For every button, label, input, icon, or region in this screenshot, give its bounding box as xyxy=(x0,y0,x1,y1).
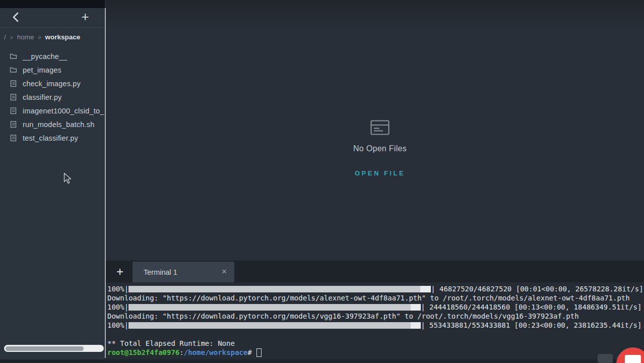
terminal-tab-label: Terminal 1 xyxy=(144,268,177,276)
no-open-files-text: No Open Files xyxy=(106,144,644,153)
progress-bar xyxy=(128,322,421,329)
breadcrumb-separator: > xyxy=(10,34,13,40)
scrollbar-thumb[interactable] xyxy=(6,346,84,351)
new-terminal-button[interactable]: + xyxy=(114,264,126,279)
terminal-progress-line: 100%|| 553433881/553433881 [00:23<00:00,… xyxy=(107,321,644,330)
breadcrumb-root[interactable]: / xyxy=(4,33,6,41)
file-item-label: __pycache__ xyxy=(23,52,67,60)
file-item-pet-images[interactable]: pet_images xyxy=(0,63,105,77)
terminal-blank-line xyxy=(107,330,644,339)
breadcrumb-separator: > xyxy=(38,34,41,40)
file-explorer-sidebar: + / > home > workspace __pycache__ pet_i… xyxy=(0,0,105,363)
no-open-files-panel: No Open Files OPEN FILE xyxy=(106,120,644,177)
prompt-path: /home/workspace xyxy=(184,348,247,357)
bottom-edge-strip xyxy=(0,359,644,363)
terminal-text-line: Downloading: "https://download.pytorch.o… xyxy=(107,293,644,302)
file-item-label: pet_images xyxy=(23,66,61,74)
file-item-run-models-batch[interactable]: run_models_batch.sh xyxy=(0,117,105,131)
sidebar-header: + xyxy=(0,8,105,28)
breadcrumb-workspace[interactable]: workspace xyxy=(45,33,80,41)
chat-widget-secondary xyxy=(598,354,613,363)
breadcrumb: / > home > workspace xyxy=(4,33,103,42)
file-icon xyxy=(10,120,17,128)
folder-icon xyxy=(10,52,17,60)
file-item-check-images[interactable]: check_images.py xyxy=(0,77,105,90)
breadcrumb-home[interactable]: home xyxy=(17,33,34,41)
sidebar-horizontal-scrollbar xyxy=(4,345,104,352)
back-button[interactable] xyxy=(10,10,22,24)
close-tab-icon[interactable]: × xyxy=(219,266,229,277)
folder-icon xyxy=(10,66,17,74)
progress-bar xyxy=(128,286,431,292)
terminal-tabbar: + Terminal 1 × xyxy=(106,261,644,282)
file-icon xyxy=(10,80,17,87)
progress-bar xyxy=(128,304,421,311)
terminal-text-line: ** Total Elapsed Runtime: None xyxy=(107,339,644,348)
file-icon xyxy=(10,134,17,142)
terminal-text-line: Downloading: "https://download.pytorch.o… xyxy=(107,312,644,321)
chat-bubble-icon xyxy=(624,354,641,363)
terminal-cursor xyxy=(256,348,262,357)
file-item-label: run_models_batch.sh xyxy=(23,120,94,129)
terminal-prompt-line: root@15b2f4fa0976:/home/workspace# xyxy=(107,348,644,357)
sidebar-top-strip xyxy=(0,0,105,8)
file-item-label: check_images.py xyxy=(23,80,81,88)
file-item-label: classifier.py xyxy=(23,93,62,101)
open-file-button[interactable]: OPEN FILE xyxy=(106,169,644,177)
file-item-classifier[interactable]: classifier.py xyxy=(0,90,105,104)
file-icon xyxy=(10,107,17,114)
editor-file-icon xyxy=(370,120,390,137)
editor-area: No Open Files OPEN FILE xyxy=(106,0,644,261)
file-item-pycache[interactable]: __pycache__ xyxy=(0,49,105,63)
terminal-panel: + Terminal 1 × 100%|| 46827520/46827520 … xyxy=(106,261,644,363)
file-icon xyxy=(10,93,17,101)
file-item-imagenet1000[interactable]: imagenet1000_clsid_to_ xyxy=(0,104,105,117)
terminal-progress-line: 100%|| 244418560/244418560 [00:13<00:00,… xyxy=(107,302,644,312)
new-file-button[interactable]: + xyxy=(78,9,92,24)
chevron-left-icon xyxy=(14,13,18,21)
file-item-label: imagenet1000_clsid_to_ xyxy=(23,107,104,115)
file-list: __pycache__ pet_images check_images.py c… xyxy=(0,49,105,145)
terminal-output[interactable]: 100%|| 46827520/46827520 [00:01<00:00, 2… xyxy=(107,282,644,363)
terminal-tab-1[interactable]: Terminal 1 × xyxy=(133,262,234,282)
ide-window: + / > home > workspace __pycache__ pet_i… xyxy=(0,0,644,363)
file-item-test-classifier[interactable]: test_classifier.py xyxy=(0,131,105,145)
terminal-progress-line: 100%|| 46827520/46827520 [00:01<00:00, 2… xyxy=(107,284,644,293)
file-item-label: test_classifier.py xyxy=(23,134,78,142)
prompt-user-host: root@15b2f4fa0976 xyxy=(107,348,179,357)
